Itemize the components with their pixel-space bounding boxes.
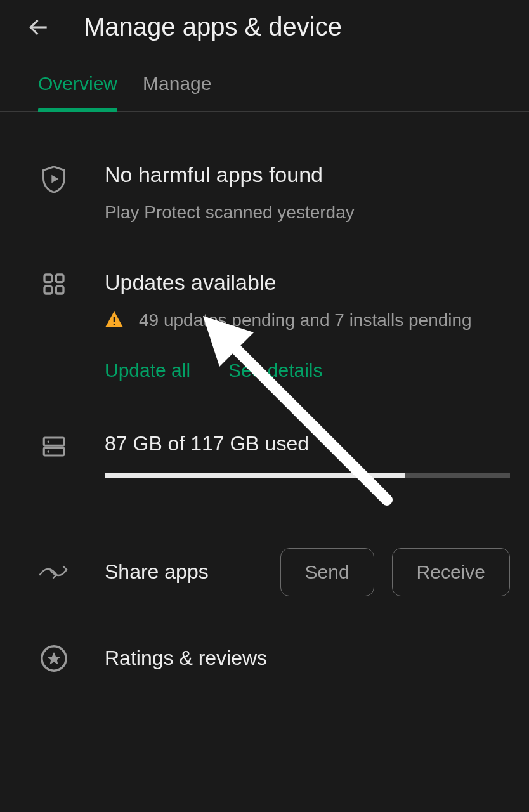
warning-icon <box>105 306 125 331</box>
header: Manage apps & device <box>0 0 529 60</box>
back-arrow-icon <box>27 15 51 39</box>
svg-rect-7 <box>44 438 64 445</box>
ratings-section[interactable]: Ratings & reviews <box>38 609 510 679</box>
storage-label: 87 GB of 117 GB used <box>105 432 510 455</box>
ratings-label: Ratings & reviews <box>105 646 267 670</box>
star-circle-icon <box>38 644 70 673</box>
svg-point-10 <box>48 450 50 453</box>
svg-rect-2 <box>56 275 63 282</box>
svg-rect-5 <box>114 317 115 323</box>
storage-progress-fill <box>105 473 405 478</box>
svg-rect-3 <box>44 287 52 294</box>
storage-progress <box>105 473 510 478</box>
see-details-button[interactable]: See details <box>228 360 322 381</box>
protect-subtitle: Play Protect scanned yesterday <box>105 199 510 226</box>
share-icon <box>38 561 70 583</box>
svg-rect-4 <box>56 287 63 294</box>
svg-rect-6 <box>114 324 115 326</box>
back-button[interactable] <box>25 14 52 41</box>
apps-grid-icon <box>38 270 70 297</box>
updates-title: Updates available <box>105 270 510 295</box>
updates-subtitle: 49 updates pending and 7 installs pendin… <box>139 306 472 334</box>
updates-section[interactable]: Updates available 49 updates pending and… <box>38 239 510 393</box>
updates-actions: Update all See details <box>105 360 510 381</box>
update-all-button[interactable]: Update all <box>105 360 190 381</box>
send-button[interactable]: Send <box>280 548 374 596</box>
storage-section[interactable]: 87 GB of 117 GB used <box>38 394 510 491</box>
storage-icon <box>38 432 70 460</box>
protect-section[interactable]: No harmful apps found Play Protect scann… <box>38 131 510 239</box>
tab-manage[interactable]: Manage <box>143 73 211 111</box>
protect-title: No harmful apps found <box>105 162 510 187</box>
share-section: Share apps Send Receive <box>38 491 510 609</box>
share-label: Share apps <box>105 560 209 584</box>
svg-rect-1 <box>44 275 52 282</box>
svg-rect-8 <box>44 448 64 455</box>
shield-play-icon <box>38 162 70 195</box>
receive-button[interactable]: Receive <box>392 548 510 596</box>
content: No harmful apps found Play Protect scann… <box>0 112 529 679</box>
tabs: Overview Manage <box>0 60 529 112</box>
svg-point-9 <box>48 440 50 443</box>
tab-overview[interactable]: Overview <box>38 73 117 111</box>
page-title: Manage apps & device <box>84 13 342 41</box>
